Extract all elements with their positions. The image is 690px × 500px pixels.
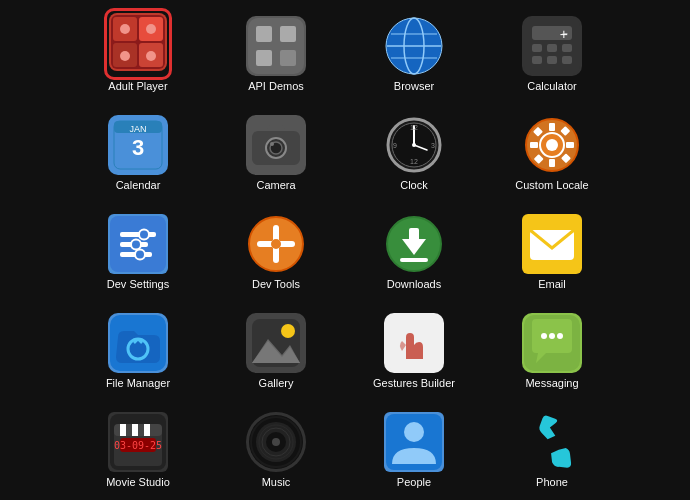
app-people-label: People	[397, 476, 431, 489]
app-browser[interactable]: Browser	[349, 5, 479, 100]
svg-text:−: −	[562, 28, 568, 39]
svg-rect-25	[547, 44, 557, 52]
svg-point-95	[557, 333, 563, 339]
app-dev-tools-label: Dev Tools	[252, 278, 300, 291]
svg-rect-57	[566, 142, 574, 148]
svg-rect-81	[400, 258, 428, 262]
app-camera[interactable]: Camera	[211, 104, 341, 199]
svg-point-112	[404, 422, 424, 442]
app-dev-settings[interactable]: Dev Settings	[73, 203, 203, 298]
app-custom-locale-label: Custom Locale	[515, 179, 588, 192]
app-adult-player-label: Adult Player	[108, 80, 167, 93]
svg-rect-56	[530, 142, 538, 148]
svg-rect-10	[256, 26, 272, 42]
svg-point-90	[281, 324, 295, 338]
svg-rect-24	[532, 44, 542, 52]
app-custom-locale[interactable]: Custom Locale	[487, 104, 617, 199]
svg-text:12: 12	[410, 158, 418, 165]
app-calendar[interactable]: 3 JAN Calendar	[73, 104, 203, 199]
svg-rect-12	[256, 50, 272, 66]
svg-rect-13	[280, 50, 296, 66]
svg-point-7	[146, 24, 156, 34]
svg-point-45	[412, 143, 416, 147]
app-calculator[interactable]: + − Calculator	[487, 5, 617, 100]
app-gestures-builder-label: Gestures Builder	[373, 377, 455, 390]
svg-text:12: 12	[410, 124, 418, 131]
svg-point-76	[271, 239, 281, 249]
svg-text:3: 3	[431, 142, 435, 149]
app-email-label: Email	[538, 278, 566, 291]
svg-rect-80	[409, 228, 419, 241]
app-clock[interactable]: 12 12 9 3 Clock	[349, 104, 479, 199]
app-movie-studio[interactable]: 03-09-25 Movie Studio	[73, 401, 203, 496]
svg-rect-54	[549, 123, 555, 131]
svg-rect-101	[144, 424, 150, 436]
app-browser-label: Browser	[394, 80, 434, 93]
app-gestures-builder[interactable]: Gestures Builder	[349, 302, 479, 397]
svg-point-67	[131, 240, 141, 250]
app-dev-tools[interactable]: Dev Tools	[211, 203, 341, 298]
svg-point-8	[146, 51, 156, 61]
svg-point-53	[546, 139, 558, 151]
app-camera-label: Camera	[256, 179, 295, 192]
app-people[interactable]: People	[349, 401, 479, 496]
app-downloads[interactable]: Downloads	[349, 203, 479, 298]
app-calculator-label: Calculator	[527, 80, 577, 93]
svg-rect-9	[248, 18, 304, 74]
app-messaging[interactable]: Messaging	[487, 302, 617, 397]
svg-text:3: 3	[132, 135, 144, 160]
svg-point-6	[120, 51, 130, 61]
app-api-demos[interactable]: API Demos	[211, 5, 341, 100]
app-messaging-label: Messaging	[525, 377, 578, 390]
app-downloads-label: Downloads	[387, 278, 441, 291]
app-grid: Adult Player API Demos Br	[53, 0, 637, 500]
svg-point-66	[139, 230, 149, 240]
app-music[interactable]: Music	[211, 401, 341, 496]
svg-rect-29	[562, 56, 572, 64]
app-dev-settings-label: Dev Settings	[107, 278, 169, 291]
svg-rect-100	[132, 424, 138, 436]
app-phone-label: Phone	[536, 476, 568, 489]
app-email[interactable]: Email	[487, 203, 617, 298]
app-movie-studio-label: Movie Studio	[106, 476, 170, 489]
svg-text:9: 9	[393, 142, 397, 149]
app-file-manager-label: File Manager	[106, 377, 170, 390]
svg-point-93	[541, 333, 547, 339]
app-gallery[interactable]: Gallery	[211, 302, 341, 397]
svg-point-107	[272, 438, 280, 446]
app-api-demos-label: API Demos	[248, 80, 304, 93]
svg-point-94	[549, 333, 555, 339]
svg-rect-99	[120, 424, 126, 436]
app-clock-label: Clock	[400, 179, 428, 192]
svg-rect-55	[549, 159, 555, 167]
app-gallery-label: Gallery	[259, 377, 294, 390]
svg-rect-27	[532, 56, 542, 64]
app-phone[interactable]: Phone	[487, 401, 617, 496]
svg-rect-26	[562, 44, 572, 52]
svg-text:03-09-25: 03-09-25	[114, 440, 162, 451]
svg-point-68	[135, 250, 145, 260]
svg-point-40	[270, 142, 274, 146]
app-calendar-label: Calendar	[116, 179, 161, 192]
svg-rect-11	[280, 26, 296, 42]
app-adult-player[interactable]: Adult Player	[73, 5, 203, 100]
svg-rect-28	[547, 56, 557, 64]
app-file-manager[interactable]: File Manager	[73, 302, 203, 397]
svg-text:JAN: JAN	[129, 124, 146, 134]
svg-point-5	[120, 24, 130, 34]
app-music-label: Music	[262, 476, 291, 489]
